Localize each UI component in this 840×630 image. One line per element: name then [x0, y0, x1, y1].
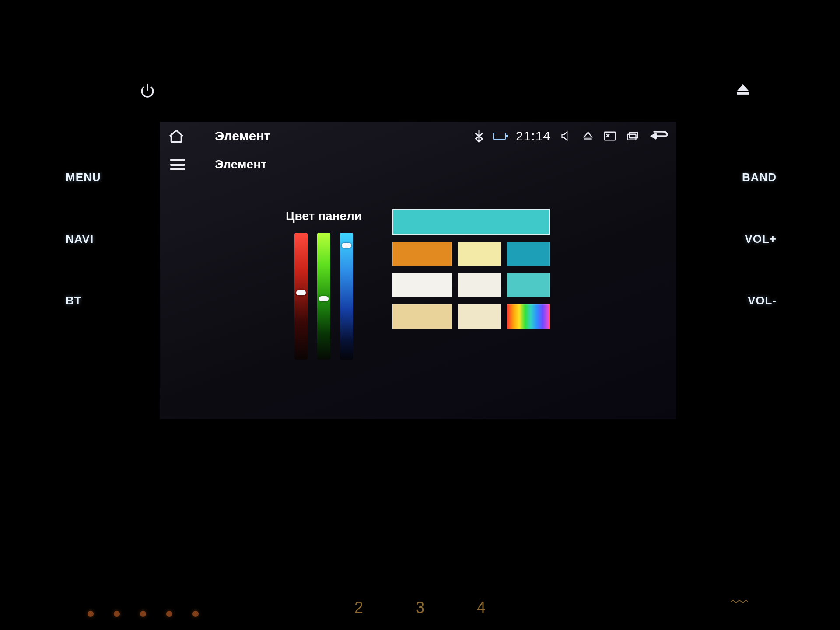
- dash-number: 4: [477, 598, 486, 617]
- color-swatch[interactable]: [507, 273, 550, 298]
- svg-rect-5: [627, 134, 636, 140]
- bezel-left: MENU NAVI BT: [66, 171, 101, 308]
- status-bar: Элемент 21:14: [160, 122, 676, 150]
- lcd-screen: Элемент 21:14: [160, 122, 676, 419]
- red-slider-thumb[interactable]: [296, 290, 306, 295]
- dash-number: 3: [416, 598, 424, 617]
- sub-title: Элемент: [215, 158, 267, 172]
- green-slider[interactable]: [317, 233, 330, 360]
- color-swatch[interactable]: [392, 273, 452, 298]
- navi-hw-button[interactable]: NAVI: [66, 232, 94, 246]
- bt-hw-button[interactable]: BT: [66, 294, 82, 308]
- content-area: Цвет панели: [160, 196, 676, 419]
- rainbow-swatch[interactable]: [507, 304, 550, 329]
- battery-icon: [493, 133, 506, 140]
- eject-hw-icon[interactable]: [735, 83, 750, 95]
- bluetooth-icon: [475, 130, 483, 143]
- mute-icon[interactable]: [560, 130, 573, 142]
- recents-icon[interactable]: [626, 131, 639, 141]
- vol-up-hw-button[interactable]: VOL+: [745, 232, 777, 246]
- rgb-sliders-group: Цвет панели: [286, 209, 362, 360]
- green-slider-thumb[interactable]: [319, 296, 329, 301]
- color-swatch[interactable]: [458, 273, 501, 298]
- clock: 21:14: [516, 129, 551, 144]
- page-title: Элемент: [215, 129, 270, 144]
- menu-icon[interactable]: [170, 159, 185, 170]
- sub-header: Элемент: [160, 152, 676, 177]
- color-swatch[interactable]: [392, 242, 452, 266]
- red-slider[interactable]: [294, 233, 308, 360]
- menu-hw-button[interactable]: MENU: [66, 171, 101, 184]
- power-icon[interactable]: [140, 83, 155, 98]
- swatch-row-3: [392, 304, 550, 329]
- bezel-right: BAND VOL+ VOL-: [742, 171, 777, 308]
- vol-down-hw-button[interactable]: VOL-: [748, 294, 777, 308]
- sliders-label: Цвет панели: [286, 209, 362, 223]
- color-swatch[interactable]: [507, 242, 550, 266]
- swatch-row-1: [392, 242, 550, 266]
- eject-icon[interactable]: [582, 131, 594, 141]
- blue-slider-thumb[interactable]: [342, 243, 351, 248]
- dash-indicator-dots: [88, 611, 199, 617]
- blue-slider[interactable]: [340, 233, 353, 360]
- svg-rect-0: [737, 92, 749, 94]
- svg-rect-2: [604, 132, 615, 140]
- color-swatch[interactable]: [458, 304, 501, 329]
- home-icon[interactable]: [168, 128, 185, 144]
- dash-numbers: 2 3 4: [354, 598, 486, 617]
- color-swatch[interactable]: [392, 304, 452, 329]
- back-icon[interactable]: [649, 130, 668, 143]
- swatch-row-2: [392, 273, 550, 298]
- current-color-preview: [392, 209, 550, 234]
- color-preview-panel: [392, 209, 550, 329]
- heated-seat-icon: 〰: [731, 593, 748, 612]
- dash-number: 2: [354, 598, 363, 617]
- color-swatch[interactable]: [458, 242, 501, 266]
- svg-rect-6: [630, 132, 638, 138]
- screen-icon[interactable]: [603, 130, 616, 142]
- band-hw-button[interactable]: BAND: [742, 171, 777, 184]
